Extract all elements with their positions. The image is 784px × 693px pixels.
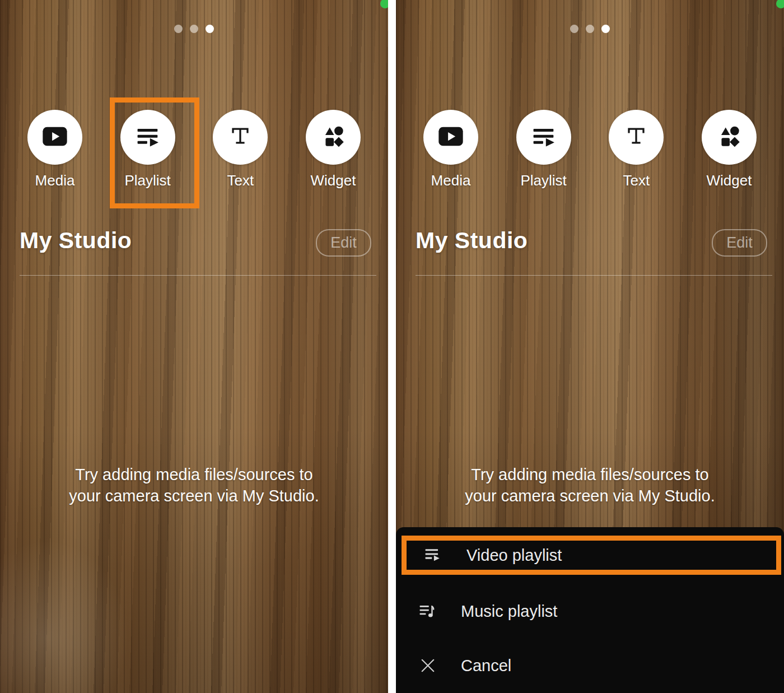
- music-playlist-label: Music playlist: [461, 602, 557, 621]
- cancel-option[interactable]: Cancel: [396, 645, 784, 686]
- widget-button[interactable]: Widget: [702, 110, 757, 189]
- text-icon: [226, 122, 255, 153]
- text-button[interactable]: Text: [213, 110, 268, 189]
- playlist-button[interactable]: Playlist: [516, 110, 571, 189]
- page-indicator: [396, 25, 784, 33]
- media-label: Media: [431, 172, 471, 189]
- music-playlist-option[interactable]: Music playlist: [396, 591, 784, 631]
- media-label: Media: [35, 172, 75, 189]
- playlist-icon: [529, 122, 558, 153]
- playlist-label: Playlist: [520, 172, 566, 189]
- widget-button[interactable]: Widget: [306, 110, 361, 189]
- playlist-label: Playlist: [124, 172, 170, 189]
- hint-line-1: Try adding media files/sources to: [396, 464, 784, 485]
- video-playlist-option[interactable]: Video playlist: [402, 536, 781, 575]
- source-toolbar: Media Playlist Text Wid: [396, 110, 784, 189]
- page-title: My Studio: [20, 227, 132, 254]
- widget-icon: [319, 122, 347, 152]
- text-label: Text: [227, 172, 254, 189]
- widget-icon: [715, 122, 743, 152]
- divider: [20, 275, 376, 276]
- media-icon: [40, 122, 69, 153]
- hint-line-2: your camera screen via My Studio.: [396, 485, 784, 506]
- screen-panel-left: Media Playlist Text Wid: [0, 0, 388, 693]
- page-dot: [174, 25, 183, 33]
- edit-button[interactable]: Edit: [712, 229, 767, 257]
- page-dot: [586, 25, 594, 33]
- hint-text: Try adding media files/sources to your c…: [396, 464, 784, 506]
- recording-indicator-dot: [380, 0, 388, 8]
- widget-label: Widget: [311, 172, 356, 189]
- edit-button[interactable]: Edit: [316, 229, 371, 257]
- page-title: My Studio: [416, 227, 528, 254]
- screen-panel-right: Media Playlist Text Wid: [396, 0, 784, 693]
- hint-line-1: Try adding media files/sources to: [0, 464, 388, 485]
- page-dot: [570, 25, 578, 33]
- divider: [416, 275, 772, 276]
- text-icon: [622, 122, 651, 153]
- video-playlist-label: Video playlist: [466, 546, 562, 565]
- playlist-button[interactable]: Playlist: [120, 110, 175, 189]
- page-dot-active: [206, 25, 214, 33]
- widget-label: Widget: [707, 172, 752, 189]
- hint-text: Try adding media files/sources to your c…: [0, 464, 388, 506]
- page-dot-active: [601, 25, 610, 33]
- playlist-icon: [133, 122, 162, 153]
- close-icon: [417, 655, 438, 676]
- media-icon: [436, 122, 465, 153]
- cancel-label: Cancel: [461, 657, 511, 675]
- text-label: Text: [623, 172, 650, 189]
- text-button[interactable]: Text: [609, 110, 664, 189]
- recording-indicator-dot: [776, 0, 784, 8]
- playlist-action-sheet: Video playlist Music playlist Cancel: [396, 527, 784, 693]
- media-button[interactable]: Media: [423, 110, 478, 189]
- page-dot: [190, 25, 198, 33]
- source-toolbar: Media Playlist Text Wid: [0, 110, 388, 189]
- video-playlist-icon: [423, 545, 444, 565]
- page-indicator: [0, 25, 388, 33]
- media-button[interactable]: Media: [27, 110, 82, 189]
- music-playlist-icon: [417, 601, 438, 621]
- hint-line-2: your camera screen via My Studio.: [0, 485, 388, 506]
